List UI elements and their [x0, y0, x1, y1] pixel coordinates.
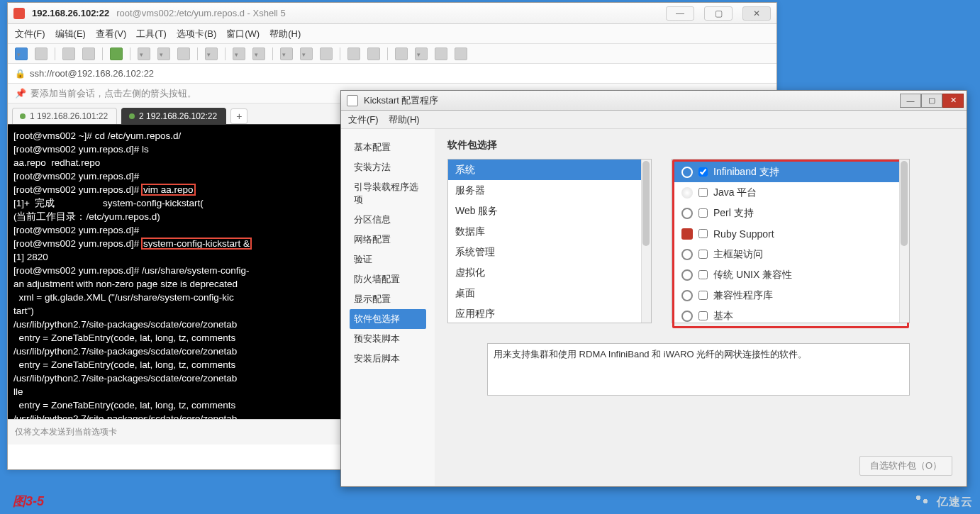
- category-label: Web 服务: [455, 205, 498, 218]
- menu-view[interactable]: 查看(V): [96, 28, 126, 40]
- close-button[interactable]: ✕: [742, 6, 771, 21]
- sidebar-item[interactable]: 验证: [350, 250, 426, 269]
- xshell-menubar: 文件(F) 编辑(E) 查看(V) 工具(T) 选项卡(B) 窗口(W) 帮助(…: [8, 24, 776, 44]
- address-text[interactable]: ssh://root@192.168.26.102:22: [30, 68, 154, 79]
- package-item[interactable]: 兼容性程序库: [674, 285, 907, 306]
- category-item[interactable]: Web 服务: [448, 201, 651, 221]
- package-checkbox[interactable]: [698, 291, 708, 300]
- close-button[interactable]: [942, 94, 964, 108]
- minimize-button[interactable]: —: [666, 6, 694, 21]
- menu-window[interactable]: 窗口(W): [226, 28, 260, 40]
- sidebar-item[interactable]: 基本配置: [350, 138, 426, 157]
- maximize-button[interactable]: ▢: [704, 6, 733, 21]
- sidebar-item[interactable]: 引导装载程序选项: [350, 177, 426, 210]
- sidebar-item[interactable]: 防火墙配置: [350, 269, 426, 289]
- toolbar-icon-b[interactable]: [395, 48, 408, 60]
- xshell-app-icon: [13, 8, 25, 19]
- package-checkbox[interactable]: [698, 270, 708, 279]
- refresh-icon[interactable]: [320, 48, 333, 60]
- package-list-highlight: Infiniband 支持Java 平台Perl 支持Ruby Support主…: [672, 160, 909, 328]
- maximize-button[interactable]: [921, 94, 942, 108]
- package-checkbox[interactable]: [698, 311, 708, 320]
- sidebar-item[interactable]: 分区信息: [350, 210, 426, 230]
- package-item[interactable]: Infiniband 支持: [674, 162, 907, 182]
- pin-icon[interactable]: 📌: [15, 88, 26, 99]
- menu-help[interactable]: 帮助(H): [269, 28, 301, 40]
- print-icon[interactable]: [205, 48, 218, 60]
- sidebar-item[interactable]: 显示配置: [350, 289, 426, 309]
- menu-file[interactable]: 文件(F): [348, 113, 379, 126]
- sidebar-item[interactable]: 安装方法: [350, 157, 426, 177]
- package-description: 用来支持集群和使用 RDMA InfiniBand 和 iWARO 光纤的网状连…: [487, 343, 910, 396]
- kickstart-main: 软件包选择 系统服务器Web 服务数据库系统管理虚拟化桌面应用程序 Infini…: [435, 129, 967, 486]
- package-checkbox[interactable]: [698, 229, 708, 238]
- find-icon[interactable]: [177, 48, 190, 60]
- fullscreen-icon[interactable]: [347, 48, 360, 60]
- script-icon[interactable]: [415, 48, 428, 60]
- package-checkbox[interactable]: [698, 188, 708, 197]
- footer-text: 仅将文本发送到当前选项卡: [15, 426, 117, 438]
- chat-icon[interactable]: [455, 48, 467, 60]
- category-label: 数据库: [455, 225, 485, 238]
- category-item[interactable]: 系统管理: [448, 242, 651, 262]
- sidebar-item[interactable]: 安装后脚本: [350, 349, 426, 369]
- package-item[interactable]: Ruby Support: [674, 223, 907, 244]
- menu-edit[interactable]: 编辑(E): [55, 28, 86, 40]
- category-item[interactable]: 虚拟化: [448, 262, 651, 283]
- category-item[interactable]: 应用程序: [448, 303, 651, 324]
- sidebar-item[interactable]: 网络配置: [350, 230, 426, 250]
- gear-icon: [681, 208, 693, 219]
- package-item[interactable]: 传统 UNIX 兼容性: [674, 264, 907, 285]
- kickstart-app-icon: [347, 95, 358, 106]
- figure-label: 图3-5: [13, 493, 44, 510]
- menu-tab[interactable]: 选项卡(B): [177, 28, 216, 40]
- help-icon[interactable]: [435, 48, 447, 60]
- category-item[interactable]: 桌面: [448, 283, 651, 303]
- tab-label: 2 192.168.26.102:22: [139, 111, 217, 121]
- globe-icon[interactable]: [252, 48, 265, 60]
- menu-file[interactable]: 文件(F): [15, 28, 45, 40]
- scrollbar[interactable]: [641, 160, 651, 323]
- category-item[interactable]: 系统: [448, 160, 651, 180]
- copy-icon[interactable]: [138, 48, 150, 60]
- font-icon[interactable]: [280, 48, 293, 60]
- color-icon[interactable]: [300, 48, 313, 60]
- package-checkbox[interactable]: [698, 208, 708, 218]
- paste-icon[interactable]: [157, 48, 170, 60]
- watermark: 亿速云: [915, 494, 973, 510]
- properties-icon[interactable]: [110, 48, 123, 60]
- hint-text: 要添加当前会话，点击左侧的箭头按钮。: [30, 87, 196, 100]
- gear-icon: [681, 167, 693, 178]
- package-checkbox[interactable]: [698, 250, 708, 259]
- fit-icon[interactable]: [367, 48, 380, 60]
- scrollbar[interactable]: [899, 160, 909, 323]
- optional-packages-button[interactable]: 自选软件包（O）: [859, 456, 952, 476]
- disconnect-icon[interactable]: [82, 48, 95, 60]
- category-item[interactable]: 服务器: [448, 180, 651, 201]
- session-tab-1[interactable]: 1 192.168.26.101:22: [12, 108, 117, 124]
- minimize-button[interactable]: [900, 94, 921, 108]
- sidebar-item[interactable]: 软件包选择: [350, 309, 426, 329]
- toolbar-icon-a[interactable]: [233, 48, 245, 60]
- package-item[interactable]: 基本: [674, 306, 907, 326]
- package-label: Java 平台: [713, 186, 757, 199]
- kickstart-title: Kickstart 配置程序: [364, 94, 438, 107]
- reconnect-icon[interactable]: [62, 48, 75, 60]
- menu-tools[interactable]: 工具(T): [136, 28, 167, 40]
- menu-help[interactable]: 帮助(H): [389, 113, 420, 126]
- package-checkbox[interactable]: [698, 167, 708, 177]
- new-session-icon[interactable]: [15, 48, 28, 60]
- sidebar-item[interactable]: 预安装脚本: [350, 329, 426, 349]
- category-item[interactable]: 数据库: [448, 221, 651, 242]
- category-label: 桌面: [455, 287, 475, 300]
- category-label: 系统: [455, 164, 475, 177]
- package-item[interactable]: 主框架访问: [674, 244, 907, 264]
- add-tab-button[interactable]: +: [230, 108, 247, 124]
- session-tab-2[interactable]: 2 192.168.26.102:22: [121, 108, 226, 124]
- category-label: 虚拟化: [455, 267, 485, 279]
- package-item[interactable]: Java 平台: [674, 182, 907, 203]
- package-item[interactable]: Perl 支持: [674, 203, 907, 223]
- kickstart-body: 基本配置安装方法引导装载程序选项分区信息网络配置验证防火墙配置显示配置软件包选择…: [341, 129, 967, 486]
- open-icon[interactable]: [35, 48, 48, 60]
- java-icon: [681, 187, 693, 199]
